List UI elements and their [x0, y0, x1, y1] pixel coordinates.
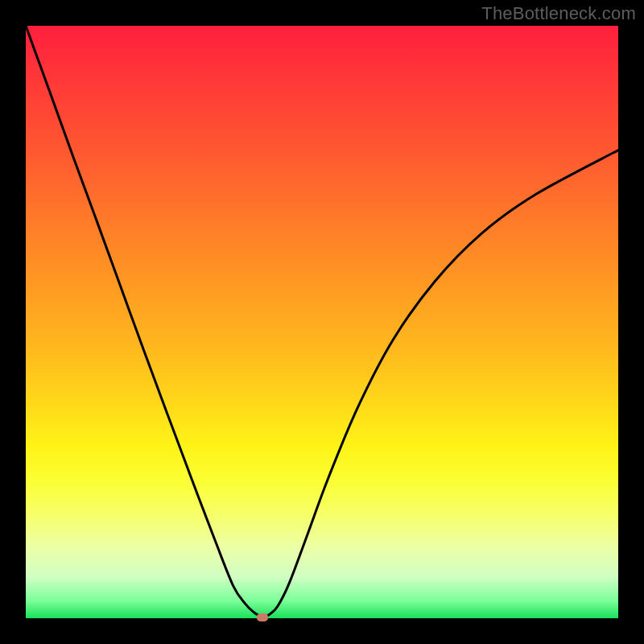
bottleneck-curve	[26, 26, 618, 618]
vertex-marker-icon	[257, 613, 268, 621]
plot-area	[26, 26, 618, 618]
chart-frame: TheBottleneck.com	[0, 0, 644, 644]
watermark-text: TheBottleneck.com	[481, 3, 636, 24]
